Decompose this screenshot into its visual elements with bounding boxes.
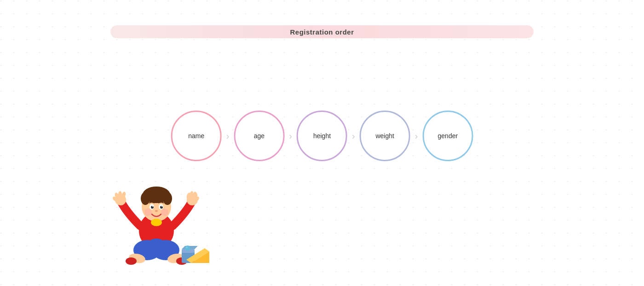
arrow-4: › xyxy=(415,131,418,140)
svg-point-26 xyxy=(151,219,162,226)
step-weight[interactable]: weight xyxy=(360,111,410,161)
step-gender-label: gender xyxy=(438,132,458,140)
step-gender[interactable]: gender xyxy=(422,111,473,161)
title-bar: Registration order xyxy=(110,25,534,38)
svg-point-15 xyxy=(161,209,168,216)
step-age[interactable]: age xyxy=(234,111,284,161)
step-weight-label: weight xyxy=(375,132,394,140)
step-height[interactable]: height xyxy=(297,111,347,161)
svg-point-6 xyxy=(163,192,172,205)
steps-container: name › age › height › weight › gender xyxy=(171,111,473,161)
svg-point-23 xyxy=(190,191,194,198)
svg-point-31 xyxy=(126,257,137,265)
svg-point-10 xyxy=(160,206,163,209)
svg-point-18 xyxy=(118,191,122,198)
step-name[interactable]: name xyxy=(171,111,222,161)
child-illustration xyxy=(101,171,212,272)
svg-point-5 xyxy=(141,192,150,205)
page-title: Registration order xyxy=(290,28,354,36)
svg-point-9 xyxy=(151,206,154,209)
svg-point-11 xyxy=(152,206,153,207)
step-name-label: name xyxy=(188,132,204,140)
step-age-label: age xyxy=(254,132,264,140)
svg-point-29 xyxy=(146,239,167,255)
svg-point-12 xyxy=(161,206,162,207)
svg-point-39 xyxy=(185,245,190,251)
arrow-1: › xyxy=(226,131,230,140)
arrow-2: › xyxy=(289,131,292,140)
svg-point-40 xyxy=(186,246,188,248)
step-height-label: height xyxy=(313,132,331,140)
svg-point-14 xyxy=(144,209,152,216)
arrow-3: › xyxy=(352,131,355,140)
svg-point-13 xyxy=(155,210,158,212)
